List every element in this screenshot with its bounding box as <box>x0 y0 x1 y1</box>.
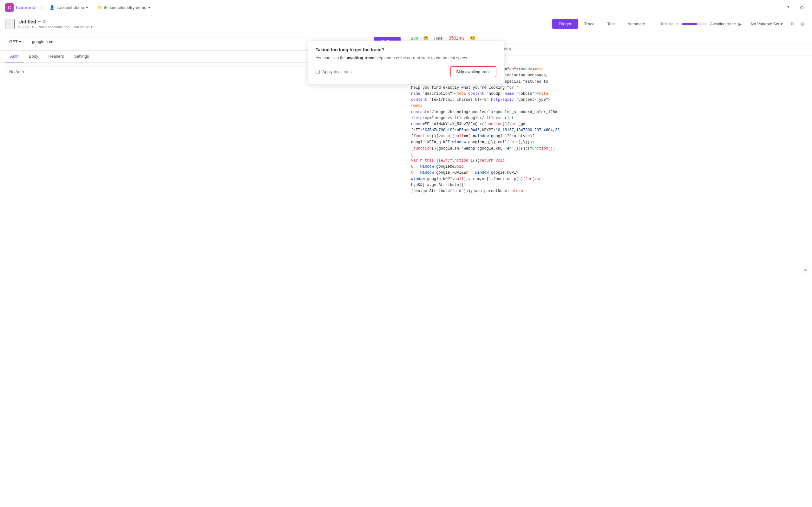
header-bar: ← Untitled ✏ ⓘ v1 • HTTP • Ran 20 second… <box>0 15 812 33</box>
apply-all-runs-checkbox[interactable]: Apply to all runs <box>316 69 352 74</box>
tooltip-desc-before: You can skip the <box>316 55 347 60</box>
tab-trace[interactable]: Trace <box>578 19 601 29</box>
code-line: name="description"><meta content="noodp"… <box>411 91 807 97</box>
status-emoji[interactable]: 😊 <box>423 36 428 41</box>
top-nav: ⬡ tracetest | 👤 tracetest-demo ▾ 📁 opent… <box>0 0 812 15</box>
project-selector[interactable]: 📁 opentelemetry-demo ▾ <box>95 4 153 11</box>
project-dropdown-icon: ▾ <box>148 5 150 10</box>
time-label: Time: <box>434 36 444 41</box>
method-value: GET <box>9 39 18 44</box>
code-line: <meta <box>411 103 807 109</box>
org-selector[interactable]: 👤 tracetest-demo ▾ <box>47 4 91 11</box>
header-icon-buttons: ⧉ ⚙ <box>788 20 807 29</box>
tooltip-desc-after: step and use the current state to create… <box>374 55 468 60</box>
user-button[interactable]: O <box>797 3 807 13</box>
code-line: content="text/html; charset=UTF-8" http-… <box>411 97 807 103</box>
req-tab-settings[interactable]: Settings <box>69 51 94 62</box>
project-name: opentelemetry-demo <box>108 5 146 10</box>
progress-fill <box>682 23 697 25</box>
code-line: content="/images/branding/googleg/1x/goo… <box>411 109 807 115</box>
tab-trigger[interactable]: Trigger <box>552 19 578 29</box>
page-title: Untitled <box>18 19 36 24</box>
org-name: tracetest-demo <box>56 5 84 10</box>
tooltip-title: Taking too long to get the trace? <box>316 47 496 52</box>
tab-automate[interactable]: Automate <box>621 19 652 29</box>
code-line: 0===window.google.kOPI&&0===window.googl… <box>411 170 807 176</box>
tab-test[interactable]: Test <box>601 19 621 29</box>
info-icon[interactable]: ⓘ <box>43 19 46 24</box>
left-panel: GET ▾ Run Auth Body Headers Settings No … <box>0 33 406 507</box>
main-layout: GET ▾ Run Auth Body Headers Settings No … <box>0 33 812 507</box>
auth-value: No Auth <box>9 69 24 74</box>
code-line: nonce="PL1A1MwkY1wX_54hv78JsQ">(function… <box>411 121 807 127</box>
code-line: (b=a.getAttribute("eid")));)a=a.parentNo… <box>411 188 807 194</box>
page-info: Untitled ✏ ⓘ v1 • HTTP • Ran 20 seconds … <box>18 19 548 29</box>
org-dropdown-icon: ▾ <box>86 5 88 10</box>
trace-tooltip: Taking too long to get the trace? You ca… <box>308 41 504 84</box>
user-icon: 👤 <box>49 5 55 10</box>
user-avatar: O <box>800 5 804 10</box>
tooltip-desc-bold: awaiting trace <box>347 55 374 60</box>
status-progress: Awaiting trace ▶ <box>682 21 742 26</box>
folder-icon: 📁 <box>97 5 102 10</box>
req-tab-headers[interactable]: Headers <box>43 51 69 62</box>
code-line: itemprop="image"><title>Google</title><s… <box>411 115 807 121</box>
window-button[interactable]: ⧉ <box>788 20 797 29</box>
apply-all-checkbox-input[interactable] <box>316 70 320 74</box>
nav-divider: | <box>41 5 42 10</box>
back-button[interactable]: ← <box>5 19 14 29</box>
code-line: (function(){google.sn='webhp';google.kHL… <box>411 146 807 152</box>
logo[interactable]: ⬡ tracetest <box>5 3 36 12</box>
logo-text: tracetest <box>16 5 36 10</box>
code-line: {kEI:'KJBnZc79GoiS2roP6umr0A4',kEXPI:'0,… <box>411 127 807 133</box>
code-line: var h=this||self;function l(){return voi… <box>411 158 807 164</box>
page-title-row: Untitled ✏ ⓘ <box>18 19 548 24</box>
status-arrow: ▶ <box>739 21 742 26</box>
edit-icon[interactable]: ✏ <box>38 20 41 24</box>
req-tab-auth[interactable]: Auth <box>5 51 24 62</box>
test-status: Test status: Awaiting trace ▶ <box>660 21 742 26</box>
right-panel: 200 😊 Time: 3502ms 😊 Body Headers Variab… <box>406 33 812 507</box>
code-line: help you find exactly what you're lookin… <box>411 85 807 91</box>
page-meta: v1 • HTTP • Ran 20 seconds ago • Run via… <box>18 25 548 29</box>
req-tab-body[interactable]: Body <box>24 51 44 62</box>
method-dropdown-icon: ▾ <box>19 39 21 44</box>
variable-set: No Variable Set ▾ <box>751 21 783 26</box>
expand-button[interactable]: ⊕ <box>802 266 809 274</box>
tooltip-actions: Apply to all runs Skip awaiting trace <box>316 66 496 77</box>
time-value: 3502ms <box>449 36 465 41</box>
status-text: Awaiting trace <box>710 21 735 26</box>
project-status-dot <box>104 6 107 9</box>
skip-awaiting-trace-button[interactable]: Skip awaiting trace <box>450 66 496 77</box>
code-line: b;a&&(!a.getAttribute||! <box>411 182 807 188</box>
tooltip-desc: You can skip the awaiting trace step and… <box>316 55 496 61</box>
progress-bar <box>682 23 707 25</box>
logo-icon: ⬡ <box>5 3 14 12</box>
code-block: <!doctype html><html itemscope="" itemty… <box>406 55 812 507</box>
code-line: window.google.kOPI:null};var m,n=[];func… <box>411 176 807 182</box>
var-set-dropdown-icon[interactable]: ▾ <box>780 21 783 26</box>
help-button[interactable]: ? <box>783 3 793 13</box>
code-line: { <box>411 152 807 158</box>
code-line: (function(){var a;(null==(a=window.googl… <box>411 133 807 139</box>
no-var-set-label: No Variable Set <box>751 21 779 26</box>
apply-all-label: Apply to all runs <box>322 69 352 74</box>
code-line: 0===window.google&&void <box>411 164 807 170</box>
code-line: google.kEI=_g.kEI:window.google=_g;}).ca… <box>411 139 807 146</box>
time-emoji[interactable]: 😊 <box>470 36 475 41</box>
settings-button[interactable]: ⚙ <box>798 20 807 29</box>
main-tab-group: Trigger Trace Test Automate <box>552 19 652 29</box>
status-code: 200 <box>411 36 418 41</box>
test-status-label: Test status: <box>660 22 680 26</box>
help-icon: ? <box>786 5 789 10</box>
method-select[interactable]: GET ▾ <box>5 37 26 46</box>
